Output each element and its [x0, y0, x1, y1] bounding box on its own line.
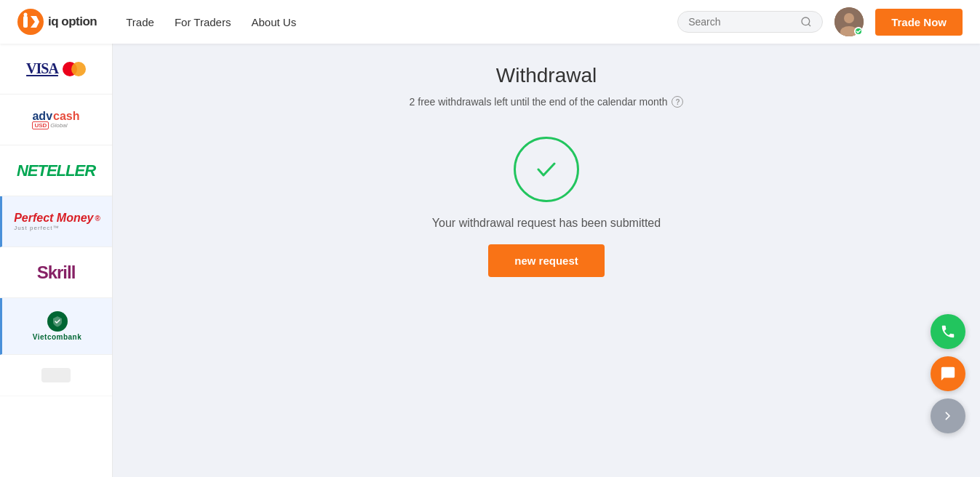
- success-area: Your withdrawal request has been submitt…: [432, 137, 661, 277]
- vcb-shield-icon: [47, 311, 68, 332]
- page-content: Withdrawal 2 free withdrawals left until…: [113, 44, 980, 477]
- avatar[interactable]: [834, 7, 864, 36]
- other-logo-placeholder: [41, 368, 71, 382]
- sidebar-item-vietcombank[interactable]: Vietcombank: [0, 298, 112, 355]
- mc-right-circle: [71, 62, 86, 76]
- advcash-logo: advcash USD Global: [32, 110, 79, 129]
- avatar-online-badge: [854, 27, 863, 36]
- mastercard-circles: [63, 62, 86, 76]
- free-withdrawals-text: 2 free withdrawals left until the end of…: [410, 96, 668, 108]
- pm-tagline: Just perfect™: [14, 225, 59, 231]
- visa-mc-logo: VISA: [26, 60, 86, 77]
- arrow-right-icon: [942, 410, 954, 422]
- page-title: Withdrawal: [496, 64, 597, 87]
- svg-point-2: [24, 13, 28, 17]
- float-phone-button[interactable]: [931, 314, 965, 349]
- success-message: Your withdrawal request has been submitt…: [432, 217, 661, 230]
- nav-right: Trade Now: [677, 7, 963, 36]
- nav-links: Trade For Traders About Us: [126, 16, 677, 28]
- nav-about-us[interactable]: About Us: [251, 16, 296, 28]
- neteller-logo: NETELLER: [17, 161, 95, 180]
- float-chat-button[interactable]: [931, 356, 965, 391]
- svg-rect-1: [23, 16, 28, 28]
- logo[interactable]: iq option: [17, 9, 97, 35]
- navbar: iq option Trade For Traders About Us: [0, 0, 980, 44]
- pm-name: Perfect Money: [14, 212, 93, 225]
- skrill-logo: Skrill: [37, 262, 76, 283]
- vcb-text: Vietcombank: [33, 333, 82, 341]
- checkmark-icon: [531, 154, 562, 185]
- sidebar-item-other[interactable]: [0, 355, 112, 396]
- success-circle: [514, 137, 579, 202]
- svg-point-0: [17, 9, 44, 35]
- free-withdrawals-info: 2 free withdrawals left until the end of…: [410, 96, 684, 108]
- phone-icon: [940, 324, 956, 340]
- sidebar-item-neteller[interactable]: NETELLER: [0, 145, 112, 196]
- chat-icon: [940, 366, 956, 382]
- iq-logo-icon: [17, 9, 44, 35]
- sidebar-item-perfect-money[interactable]: Perfect Money ® Just perfect™: [0, 196, 112, 247]
- svg-point-3: [802, 17, 810, 25]
- checkmark-badge-icon: [856, 28, 861, 34]
- payment-sidebar: VISA advcash USD Global NETELLER: [0, 44, 113, 477]
- pm-registered: ®: [95, 215, 100, 223]
- perfect-money-logo: Perfect Money ® Just perfect™: [14, 212, 100, 231]
- float-arrow-button[interactable]: [931, 398, 965, 433]
- visa-text: VISA: [26, 60, 58, 77]
- main-content: VISA advcash USD Global NETELLER: [0, 44, 980, 477]
- search-input[interactable]: [688, 16, 794, 28]
- nav-for-traders[interactable]: For Traders: [175, 16, 231, 28]
- svg-point-6: [844, 13, 854, 23]
- sidebar-item-skrill[interactable]: Skrill: [0, 247, 112, 298]
- float-buttons: [931, 314, 965, 433]
- info-icon[interactable]: ?: [672, 96, 683, 108]
- vietcombank-logo: Vietcombank: [33, 311, 82, 341]
- nav-trade[interactable]: Trade: [126, 16, 154, 28]
- trade-now-button[interactable]: Trade Now: [875, 9, 963, 36]
- svg-line-4: [808, 24, 810, 26]
- logo-text: iq option: [48, 15, 97, 29]
- sidebar-item-advcash[interactable]: advcash USD Global: [0, 95, 112, 145]
- sidebar-item-visa-mc[interactable]: VISA: [0, 44, 112, 95]
- search-box[interactable]: [677, 11, 823, 33]
- search-icon: [800, 16, 812, 28]
- new-request-button[interactable]: new request: [488, 244, 605, 277]
